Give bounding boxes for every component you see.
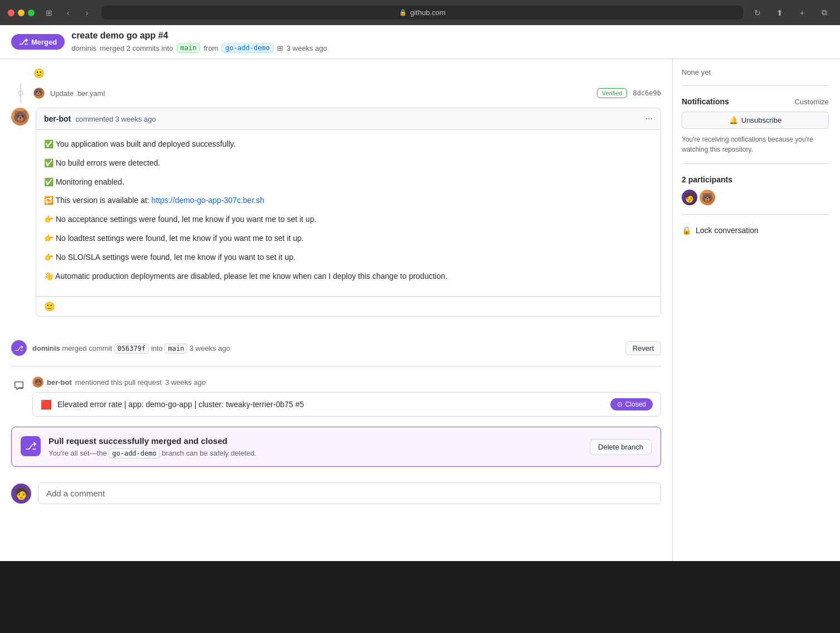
customize-link[interactable]: Customize bbox=[795, 98, 829, 106]
new-tab-button[interactable]: + bbox=[794, 7, 810, 19]
divider bbox=[11, 366, 661, 366]
unsubscribe-button[interactable]: 🔔 Unsubscribe bbox=[682, 112, 829, 129]
reload-button[interactable]: ↻ bbox=[750, 7, 765, 19]
merge-event-into: into bbox=[151, 344, 165, 352]
sidebar-lock-section: 🔒 Lock conversation bbox=[682, 226, 829, 244]
address-bar[interactable]: 🔒 github.com bbox=[101, 6, 743, 20]
lock-icon: 🔒 bbox=[399, 9, 407, 16]
merge-event-user: dominis bbox=[32, 344, 60, 352]
issue-reference: 🟥 Elevated error rate | app: demo-go-app… bbox=[32, 392, 661, 417]
comment-line-2: ✅ No build errors were detected. bbox=[44, 157, 653, 170]
sidebar-none-yet: None yet bbox=[682, 68, 829, 76]
lock-icon: 🔒 bbox=[682, 226, 691, 235]
main-column: 🙂 🐻 Update .ber.yaml Verified 8dc6e9b 🐻 bbox=[0, 59, 673, 561]
copy-branch-icon[interactable]: ⊞ bbox=[277, 44, 283, 52]
tabs-button[interactable]: ⧉ bbox=[817, 7, 832, 19]
pr-title-area: create demo go app #4 dominis merged 2 c… bbox=[71, 31, 327, 53]
participants-title: 2 participants bbox=[682, 175, 829, 184]
sidebar-participants-section: 2 participants 🧑 🐻 bbox=[682, 175, 829, 215]
commit-hash: 8dc6e9b bbox=[633, 89, 661, 97]
comment-emoji-reaction-button[interactable]: 🙂 bbox=[44, 301, 55, 312]
merge-event-icon: ⎇ bbox=[11, 340, 27, 356]
comment-more-options[interactable]: ··· bbox=[645, 114, 653, 124]
comment-footer: 🙂 bbox=[36, 296, 661, 316]
pr-top-bar: ⎇ Merged create demo go app #4 dominis m… bbox=[0, 25, 840, 59]
revert-button[interactable]: Revert bbox=[625, 341, 661, 355]
merge-event-branch: main bbox=[164, 344, 187, 354]
mention-header: 🐻 ber-bot mentioned this pull request 3 … bbox=[32, 376, 661, 388]
merged-box-desc: You're all set—the go-add-demo branch ca… bbox=[48, 449, 582, 457]
emoji-reaction-button[interactable]: 🙂 bbox=[33, 68, 45, 79]
pr-meta-user: dominis bbox=[71, 44, 96, 52]
notification-description: You're receiving notifications because y… bbox=[682, 134, 829, 154]
target-branch-tag[interactable]: main bbox=[177, 43, 201, 53]
participant-avatar-2: 🐻 bbox=[700, 190, 715, 205]
timeline-line bbox=[20, 83, 21, 103]
traffic-lights bbox=[8, 9, 35, 16]
comment-time: commented 3 weeks ago bbox=[75, 115, 156, 123]
add-comment-row: 🧑 Add a comment bbox=[11, 476, 661, 511]
url-text: github.com bbox=[410, 8, 446, 17]
merge-event-action: merged commit bbox=[62, 344, 114, 352]
comment-line-1: ✅ You application was built and deployed… bbox=[44, 138, 653, 151]
participant-avatar-1: 🧑 bbox=[682, 190, 697, 205]
commit-text: Update .ber.yaml bbox=[50, 89, 591, 98]
content-layout: 🙂 🐻 Update .ber.yaml Verified 8dc6e9b 🐻 bbox=[0, 59, 840, 561]
minimize-button[interactable] bbox=[18, 9, 25, 16]
mention-content: 🐻 ber-bot mentioned this pull request 3 … bbox=[32, 376, 661, 417]
branch-name-inline: go-add-demo bbox=[109, 448, 159, 458]
issue-title[interactable]: Elevated error rate | app: demo-go-app |… bbox=[57, 400, 605, 409]
closed-icon: ⊙ bbox=[617, 400, 623, 408]
comment-author: ber-bot bbox=[44, 114, 71, 123]
share-button[interactable]: ⬆ bbox=[772, 7, 788, 19]
merged-badge: ⎇ Merged bbox=[11, 34, 65, 50]
pr-title: create demo go app #4 bbox=[71, 31, 327, 41]
lock-label: Lock conversation bbox=[696, 226, 759, 235]
comment-notice-3: 👉 No SLO/SLA settings were found, let me… bbox=[44, 251, 653, 264]
back-button[interactable]: ‹ bbox=[60, 7, 76, 19]
mention-row: 🐻 ber-bot mentioned this pull request 3 … bbox=[11, 371, 661, 422]
maximize-button[interactable] bbox=[28, 9, 35, 16]
sidebar-notifications-section: Notifications Customize 🔔 Unsubscribe Yo… bbox=[682, 97, 829, 164]
comment-notice-2: 👉 No loadtest settings were found, let m… bbox=[44, 232, 653, 245]
merged-badge-label: Merged bbox=[31, 38, 57, 46]
delete-branch-button[interactable]: Delete branch bbox=[590, 439, 652, 455]
mention-action: mentioned this pull request bbox=[75, 378, 162, 386]
mention-time: 3 weeks ago bbox=[165, 378, 206, 386]
closed-badge: ⊙ Closed bbox=[610, 398, 653, 410]
notifications-title: Notifications Customize bbox=[682, 97, 829, 106]
lock-conversation[interactable]: 🔒 Lock conversation bbox=[682, 226, 829, 235]
commit-avatar: 🐻 bbox=[33, 88, 45, 99]
comment-notice-1: 👉 No acceptance settings were found, let… bbox=[44, 213, 653, 226]
mention-bot: ber-bot bbox=[47, 378, 72, 386]
merged-box-title: Pull request successfully merged and clo… bbox=[48, 436, 582, 446]
merged-box-content: Pull request successfully merged and clo… bbox=[48, 436, 582, 457]
pr-meta: dominis merged 2 commits into main from … bbox=[71, 43, 327, 53]
unsubscribe-label: Unsubscribe bbox=[741, 116, 781, 124]
pr-meta-from: from bbox=[203, 44, 218, 52]
merge-event-row: ⎇ dominis merged commit 056379f into mai… bbox=[11, 335, 661, 361]
commenter-avatar: 🐻 bbox=[11, 108, 29, 125]
commit-content: 🐻 Update .ber.yaml Verified 8dc6e9b bbox=[33, 88, 661, 99]
merge-event-commit: 056379f bbox=[114, 344, 149, 354]
forward-button[interactable]: › bbox=[79, 7, 95, 19]
mention-avatar: 🐻 bbox=[32, 376, 43, 388]
merge-event-text: dominis merged commit 056379f into main … bbox=[32, 344, 620, 352]
comment-body: ✅ You application was built and deployed… bbox=[36, 130, 661, 296]
comment-header: ber-bot commented 3 weeks ago ··· bbox=[36, 108, 661, 130]
page-wrapper: ⎇ Merged create demo go app #4 dominis m… bbox=[0, 25, 840, 561]
source-branch-tag[interactable]: go-add-demo bbox=[221, 43, 273, 53]
bell-icon: 🔔 bbox=[729, 116, 738, 124]
browser-chrome: ⊞ ‹ › 🔒 github.com ↻ ⬆ + ⧉ bbox=[0, 0, 840, 25]
add-comment-label[interactable]: Add a comment bbox=[38, 482, 661, 504]
comment-section: 🐻 ber-bot commented 3 weeks ago ··· ✅ Yo… bbox=[11, 108, 661, 326]
sidebar-toggle-button[interactable]: ⊞ bbox=[41, 7, 57, 19]
current-user-avatar: 🧑 bbox=[11, 484, 31, 504]
demo-link[interactable]: https://demo-go-app-307c.ber.sh bbox=[152, 196, 264, 205]
closed-label: Closed bbox=[625, 400, 646, 408]
pr-meta-time: 3 weeks ago bbox=[287, 44, 327, 52]
verified-badge: Verified bbox=[597, 88, 628, 98]
top-reaction-area: 🙂 bbox=[11, 68, 661, 79]
browser-nav-controls: ⊞ ‹ › bbox=[41, 7, 95, 19]
close-button[interactable] bbox=[8, 9, 14, 16]
